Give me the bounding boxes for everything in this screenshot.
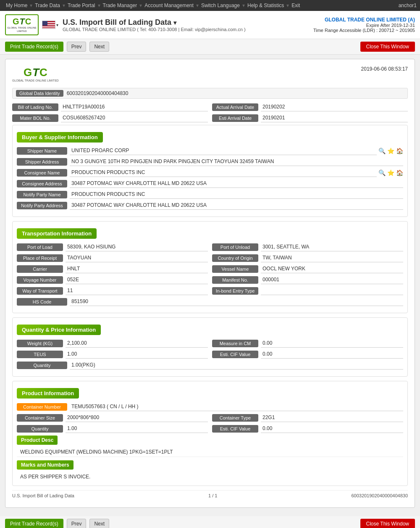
container-number-row: Container Number TEMU5057663 ( CN / L / …	[17, 403, 403, 411]
quantity-value: 1.00(PKG)	[70, 361, 403, 370]
nav-trade-manager[interactable]: Trade Manager	[100, 3, 140, 8]
product-quantity-cif-row: Quantity 1.00 Esti. CIF Value 0.00	[17, 425, 403, 433]
bill-of-lading-field: Bill of Lading No. HNLTTP19A00016	[12, 103, 208, 111]
container-size-label: Container Size	[17, 414, 63, 422]
notify-party-name-label: Notify Party Name	[17, 191, 67, 198]
consignee-name-label: Consignee Name	[17, 169, 67, 177]
carrier-label: Carrier	[17, 265, 63, 273]
nav-trade-portal[interactable]: Trade Portal	[65, 3, 98, 8]
notify-party-address-label: Notify Party Address	[17, 202, 67, 209]
consignee-home-icon[interactable]: 🏠	[396, 169, 403, 176]
document-card: G T C GLOBAL TRADE ONLINE LIMITED 2019-0…	[5, 59, 415, 508]
vessel-name-field: Vessel Name OOCL NEW YORK	[212, 265, 403, 273]
shipper-address-row: Shipper Address NO 3 GUNGYE 10TH RD PING…	[17, 158, 403, 166]
master-bol-field: Mater BOL No. COSU6085267420	[12, 114, 208, 122]
top-navigation: My Home ▾ Trade Data ▾ Trade Portal ▾ Tr…	[0, 0, 420, 11]
way-of-transport-value: 11	[66, 287, 208, 295]
esti-arrival-value: 20190201	[261, 114, 408, 122]
transportation-header: Transportation Information	[17, 228, 97, 239]
nav-account-management[interactable]: Account Management	[142, 3, 196, 8]
close-button-bottom[interactable]: Close This Window	[360, 519, 415, 528]
place-of-receipt-value: TAOYUAN	[66, 254, 208, 262]
master-bol-row: Mater BOL No. COSU6085267420 Esti Arriva…	[12, 114, 408, 122]
carrier-vessel-row: Carrier HNLT Vessel Name OOCL NEW YORK	[17, 265, 403, 273]
notify-party-address-value: 30487 POTOMAC WAY CHARLOTTE HALL MD 2062…	[70, 201, 403, 210]
voyage-number-field: Voyage Number 052E	[17, 276, 208, 284]
measure-in-cm-label: Measure in CM	[212, 340, 258, 347]
flag-icon	[42, 21, 55, 29]
nav-user: anchor1	[399, 3, 417, 8]
doc-logo-gtc: G T C	[24, 66, 47, 79]
teus-label: TEUS	[17, 351, 63, 358]
next-button-bottom[interactable]: Next	[89, 519, 109, 528]
logo-subtitle: GLOBAL TRADE ONLINE LIMITED	[7, 26, 37, 32]
page-title: U.S. Import Bill of Lading Data ▾	[63, 18, 313, 27]
actual-arrival-value: 20190202	[261, 103, 408, 111]
shipper-star-icon[interactable]: ⭐	[387, 148, 394, 154]
hs-code-value: 851590	[70, 298, 403, 306]
weight-kg-field: Weight (KG) 2,100.00	[17, 339, 208, 348]
master-bol-value: COSU6085267420	[61, 114, 208, 122]
weight-kg-value: 2,100.00	[66, 339, 208, 348]
global-data-identity-row: Global Data Identity 6003201902040000404…	[12, 88, 408, 99]
shipper-home-icon[interactable]: 🏠	[396, 148, 403, 154]
weight-measure-row: Weight (KG) 2,100.00 Measure in CM 0.00	[17, 339, 403, 348]
transport-bond-row: Way of Transport 11 In-bond Entry Type	[17, 287, 403, 295]
bill-of-lading-value: HNLTTP19A00016	[61, 103, 208, 111]
title-dropdown-arrow[interactable]: ▾	[173, 19, 176, 26]
flag-dropdown-arrow: ▾	[56, 23, 58, 27]
prev-button-bottom[interactable]: Prev	[67, 519, 87, 528]
container-size-value: 2000*806*800	[66, 414, 208, 422]
port-of-load-value: 58309, KAO HSIUNG	[66, 243, 208, 251]
consignee-name-value: PRODUCTION PRODUCTS INC	[70, 169, 377, 177]
product-quantity-field: Quantity 1.00	[17, 425, 208, 433]
nav-trade-data[interactable]: Trade Data	[32, 3, 63, 8]
doc-logo: G T C GLOBAL TRADE ONLINE LIMITED	[12, 66, 59, 82]
consignee-star-icon[interactable]: ⭐	[387, 169, 394, 176]
country-of-origin-field: Country of Origin TW, TAIWAN	[212, 254, 403, 262]
port-of-unload-value: 3001, SEATTLE, WA	[261, 243, 403, 251]
quantity-price-header: Quantity & Price Information	[17, 325, 101, 335]
bill-of-lading-label: Bill of Lading No.	[12, 103, 58, 111]
shipper-name-value: UNITED PROARC CORP	[70, 147, 377, 155]
prev-button-top[interactable]: Prev	[67, 42, 87, 52]
voyage-number-value: 052E	[66, 276, 208, 284]
product-cif-label: Esti. CIF Value	[212, 425, 258, 433]
quantity-label: Quantity	[17, 362, 67, 369]
shipper-address-value: NO 3 GUNGYE 10TH RD PINGJEN IND PARK PIN…	[70, 158, 403, 166]
nav-switch-language[interactable]: Switch Language	[199, 3, 242, 8]
transportation-section: Transportation Information Port of Load …	[12, 221, 408, 313]
action-bar-bottom: Print Trade Record(s) Prev Next Close Th…	[0, 516, 420, 528]
nav-exit[interactable]: Exit	[289, 3, 302, 8]
esti-cif-label: Esti. CIF Value	[212, 351, 258, 358]
marks-numbers-value: AS PER SHIPPER S INVOICE.	[17, 472, 403, 481]
in-bond-entry-type-label: In-bond Entry Type	[212, 287, 258, 295]
nav-help-statistics[interactable]: Help & Statistics	[245, 3, 286, 8]
print-button-bottom[interactable]: Print Trade Record(s)	[5, 519, 63, 528]
measure-in-cm-value: 0.00	[261, 339, 403, 348]
logo-gtc: G T C	[13, 17, 31, 26]
nav-my-home[interactable]: My Home	[3, 3, 30, 8]
esti-cif-value: 0.00	[261, 350, 403, 359]
port-of-unload-label: Port of Unload	[212, 243, 258, 251]
next-button-top[interactable]: Next	[89, 42, 109, 52]
product-cif-field: Esti. CIF Value 0.00	[212, 425, 403, 433]
action-bar-top: Print Trade Record(s) Prev Next Close Th…	[0, 39, 420, 55]
vessel-name-value: OOCL NEW YORK	[261, 265, 403, 273]
actual-arrival-label: Actual Arrival Date	[212, 103, 258, 111]
shipper-name-row: Shipper Name UNITED PROARC CORP 🔍 ⭐ 🏠	[17, 147, 403, 155]
bol-row: Bill of Lading No. HNLTTP19A00016 Actual…	[12, 103, 408, 111]
consignee-search-icon[interactable]: 🔍	[378, 169, 386, 176]
place-of-receipt-field: Place of Receipt TAOYUAN	[17, 254, 208, 262]
voyage-manifest-row: Voyage Number 052E Manifest No. 000001	[17, 276, 403, 284]
page-header: G T C GLOBAL TRADE ONLINE LIMITED ▾ U.S.…	[0, 11, 420, 39]
doc-footer-center: 1 / 1	[208, 493, 217, 498]
manifest-no-label: Manifest No.	[212, 276, 258, 284]
close-button-top[interactable]: Close This Window	[360, 42, 415, 52]
shipper-search-icon[interactable]: 🔍	[378, 148, 386, 154]
shipper-name-field-area: UNITED PROARC CORP 🔍 ⭐ 🏠	[70, 147, 403, 155]
print-button-top[interactable]: Print Trade Record(s)	[5, 42, 63, 52]
consignee-address-value: 30487 POTOMAC WAY CHARLOTTE HALL MD 2062…	[70, 180, 403, 188]
consignee-address-label: Consignee Address	[17, 180, 67, 187]
flag-dropdown[interactable]: ▾	[42, 21, 58, 29]
